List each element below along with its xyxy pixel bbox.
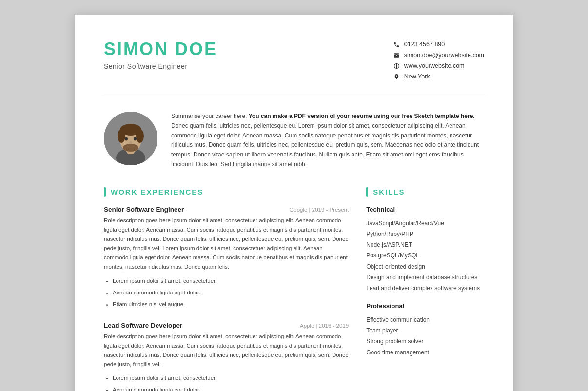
technical-skills-block: Technical JavaScript/Angular/React/Vue P… xyxy=(366,206,484,293)
skill-4: PostgreSQL/MySQL xyxy=(366,250,484,261)
job-entry-2: Lead Software Developer Apple | 2016 - 2… xyxy=(104,322,349,391)
bullet-2-2: Aenean commodo ligula eget dolor. xyxy=(113,384,349,391)
job-bullets-1: Lorem ipsum dolor sit amet, consectetuer… xyxy=(113,275,349,310)
job-title-1: Senior Software Engineer xyxy=(104,206,184,213)
bullet-1-2: Aenean commodo ligula eget dolor. xyxy=(113,287,349,298)
job-header-1: Senior Software Engineer Google | 2019 -… xyxy=(104,206,349,213)
skill-3: Node.js/ASP.NET xyxy=(366,239,484,250)
skill-1: JavaScript/Angular/React/Vue xyxy=(366,218,484,229)
globe-icon xyxy=(393,62,400,69)
bio-text: Summarise your career here. You can make… xyxy=(171,112,484,170)
location-text: New York xyxy=(404,73,430,80)
job-desc-2: Role description goes here ipsum dolor s… xyxy=(104,332,349,369)
section-bar-skills xyxy=(366,187,368,197)
header-left: SIMON DOE Senior Software Engineer xyxy=(104,39,217,70)
job-entry-1: Senior Software Engineer Google | 2019 -… xyxy=(104,206,349,310)
work-experiences-heading: WORK EXPERIENCES xyxy=(104,187,349,197)
website-item: www.yourwebsite.com xyxy=(393,62,484,69)
skill-2: Python/Ruby/PHP xyxy=(366,229,484,239)
skill-7: Lead and deliver complex software system… xyxy=(366,283,484,293)
prof-skill-3: Strong problem solver xyxy=(366,336,484,347)
section-bar-work xyxy=(104,187,106,197)
bullet-1-3: Etiam ultricies nisi vel augue. xyxy=(113,299,349,310)
svg-point-9 xyxy=(134,137,137,141)
work-experiences-label: WORK EXPERIENCES xyxy=(111,188,203,196)
svg-point-10 xyxy=(130,141,132,144)
phone-item: 0123 4567 890 xyxy=(393,41,484,48)
bullet-2-1: Lorem ipsum dolor sit amet, consectetuer… xyxy=(113,372,349,384)
candidate-name: SIMON DOE xyxy=(104,39,217,59)
bio-section: Summarise your career here. You can make… xyxy=(104,112,484,170)
bio-rest: Donec quam felis, ultricies nec, pellent… xyxy=(171,122,479,168)
work-experiences-column: WORK EXPERIENCES Senior Software Enginee… xyxy=(104,187,349,391)
email-text: simon.doe@yourwebsite.com xyxy=(404,52,484,59)
job-company-1: Google | 2019 - Present xyxy=(289,207,349,213)
job-bullets-2: Lorem ipsum dolor sit amet, consectetuer… xyxy=(113,372,349,391)
location-item: New York xyxy=(393,73,484,80)
phone-text: 0123 4567 890 xyxy=(404,41,445,48)
prof-skill-4: Good time management xyxy=(366,347,484,358)
svg-point-8 xyxy=(125,137,128,141)
job-title-2: Lead Software Developer xyxy=(104,322,182,329)
contact-info: 0123 4567 890 simon.doe@yourwebsite.com … xyxy=(393,41,484,80)
skills-label: SKILLS xyxy=(373,188,405,196)
website-text: www.yourwebsite.com xyxy=(404,62,465,69)
job-header-2: Lead Software Developer Apple | 2016 - 2… xyxy=(104,322,349,329)
bio-bold: You can make a PDF version of your resum… xyxy=(249,113,475,119)
location-icon xyxy=(393,73,400,80)
email-icon xyxy=(393,52,400,59)
bio-intro: Summarise your career here. xyxy=(171,113,249,119)
technical-label: Technical xyxy=(366,206,484,213)
svg-point-7 xyxy=(123,144,138,152)
skills-heading: SKILLS xyxy=(366,187,484,197)
prof-skill-2: Team player xyxy=(366,325,484,336)
professional-skills-block: Professional Effective communication Tea… xyxy=(366,302,484,358)
job-company-2: Apple | 2016 - 2019 xyxy=(300,323,349,329)
svg-point-5 xyxy=(118,129,125,143)
svg-point-6 xyxy=(136,129,144,143)
job-desc-1: Role description goes here ipsum dolor s… xyxy=(104,216,349,272)
bullet-1-1: Lorem ipsum dolor sit amet, consectetuer… xyxy=(113,275,349,287)
header-section: SIMON DOE Senior Software Engineer 0123 … xyxy=(104,39,484,94)
two-col-layout: WORK EXPERIENCES Senior Software Enginee… xyxy=(104,187,484,391)
candidate-job-title: Senior Software Engineer xyxy=(104,62,217,70)
skills-column: SKILLS Technical JavaScript/Angular/Reac… xyxy=(366,187,484,391)
resume-page: SIMON DOE Senior Software Engineer 0123 … xyxy=(75,15,513,391)
skill-6: Design and implement database structures xyxy=(366,272,484,283)
professional-label: Professional xyxy=(366,302,484,310)
avatar xyxy=(104,112,157,165)
email-item: simon.doe@yourwebsite.com xyxy=(393,52,484,59)
skill-5: Object-oriented design xyxy=(366,261,484,272)
prof-skill-1: Effective communication xyxy=(366,314,484,325)
phone-icon xyxy=(393,41,400,48)
